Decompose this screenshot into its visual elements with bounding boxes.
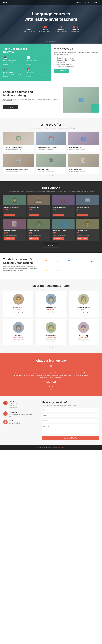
enroll-button-7[interactable]: ENROLL NOW xyxy=(53,237,64,240)
contact-message-input[interactable] xyxy=(42,424,99,434)
social-facebook-jennie[interactable]: f xyxy=(78,311,81,314)
contact-email: ✉️ EMAIL example@mail.com xyxy=(3,420,38,424)
testimonial-prev-button[interactable]: ‹ xyxy=(49,385,50,388)
courses-learn-more-button[interactable]: LEARN MORE xyxy=(43,244,60,248)
course-card-3: 💼 English for Business $26 Ut enim ad mi… xyxy=(52,195,74,217)
training-image: 👥 xyxy=(64,87,99,112)
teach-title: Teach English in theBest Way xyxy=(3,47,48,54)
contact-location: 📍 LOCATION 123 Block level, 31 Avenue, N… xyxy=(3,412,38,418)
nav-home[interactable]: HOME xyxy=(76,2,81,4)
stat-years: 10+ Years experience in teaching xyxy=(22,25,35,32)
teach-left: Teach English in theBest Way 💻 ONLINE CL… xyxy=(0,44,51,81)
team-role-jennie: Manager xyxy=(71,308,96,310)
team-grid: 👨 Nat Reynolds Founder f t y 👩 Sasha Pay… xyxy=(3,291,99,345)
social-youtube-sasha[interactable]: y xyxy=(53,311,56,314)
social-twitter-sasha[interactable]: t xyxy=(50,311,52,314)
course-img-1: 👩‍🎓 xyxy=(3,195,26,205)
social-twitter-jennie[interactable]: t xyxy=(82,311,85,314)
nav-about[interactable]: ABOUT xyxy=(84,2,89,4)
course-person-7: 👥 xyxy=(52,219,74,229)
phone-icon-wrap: 📞 xyxy=(3,401,8,405)
social-facebook-sasha[interactable]: f xyxy=(46,311,49,314)
contact-subject-input[interactable] xyxy=(42,419,99,423)
enroll-button-2[interactable]: ENROLL NOW xyxy=(28,214,40,216)
nav-links: HOME ABOUT CONTACT xyxy=(76,2,99,4)
team-card-mila: 👩 Mila Parker Spanish Teacher f t y xyxy=(3,319,34,345)
stat-courses: 50+ Courses don't skip a lesson xyxy=(40,25,50,32)
social-twitter-monica[interactable]: t xyxy=(50,340,52,342)
nav-contact[interactable]: CONTACT xyxy=(92,2,99,4)
enroll-button-1[interactable]: ENROLL NOW xyxy=(4,214,15,216)
enroll-button-8[interactable]: ENROLL NOW xyxy=(77,237,88,240)
team-person-monica: 👩 xyxy=(46,322,56,333)
trust-logo-3: 🌀UNICEF xyxy=(64,258,74,265)
team-card-walter: 👨 Walter Lilly French Teacher f t y xyxy=(68,319,99,345)
contact-call: 📞 CALL US (123) 456-7890 (123) 456-7890 … xyxy=(3,401,38,409)
offer-card-2: 📚 Long-Term English Courses Ut enim ad m… xyxy=(36,132,66,152)
enroll-button-3[interactable]: ENROLL NOW xyxy=(53,214,64,216)
social-facebook-monica[interactable]: f xyxy=(46,340,49,342)
testimonial-section: What our learners say " Lorem ipsum dolo… xyxy=(0,354,102,396)
social-youtube-mila[interactable]: y xyxy=(21,340,24,342)
course-person-5: 📝 xyxy=(3,219,26,229)
footer-text: © Artem Rat • All rights reserved xyxy=(38,447,58,448)
team-role-walter: French Teacher xyxy=(71,337,96,338)
courses-section-title: Our Courses xyxy=(3,186,99,190)
social-youtube-jennie[interactable]: y xyxy=(86,311,89,314)
social-youtube-monica[interactable]: y xyxy=(53,340,56,342)
phone-icon: 📞 xyxy=(4,402,6,404)
location-icon: 📍 xyxy=(4,412,6,414)
offer-card-6: 📝 Exam Preparation Ut enim ad minim veni… xyxy=(68,154,99,174)
learn-more-button[interactable]: LEARN MORE xyxy=(54,69,69,73)
course-person-8: 🧒 xyxy=(76,219,99,229)
contact-section: 📞 CALL US (123) 456-7890 (123) 456-7890 … xyxy=(0,396,102,445)
testimonial-nav: ‹ › xyxy=(3,385,99,388)
training-learn-more-button[interactable]: LEARN MORE xyxy=(3,105,18,109)
testimonial-quote: Lorem ipsum dolor sit amet, consectetur … xyxy=(14,372,88,379)
social-youtube-nat[interactable]: y xyxy=(21,311,24,314)
offer-section-title: What We Offer xyxy=(3,123,99,126)
footer-link[interactable]: Wix.com xyxy=(58,447,64,448)
contact-email-input[interactable] xyxy=(42,413,99,418)
social-facebook-mila[interactable]: f xyxy=(13,340,16,342)
contact-form-area: Have any question? Your email address wi… xyxy=(42,401,99,440)
team-name-nat: Nat Reynolds xyxy=(6,306,31,308)
course-img-6: 👨‍🏫 xyxy=(28,219,50,229)
offer-section: What We Offer Ut enim ad minim veniam, q… xyxy=(0,118,102,182)
team-avatar-monica: 👩 xyxy=(46,322,56,333)
team-role-sasha: Co-Founder xyxy=(38,308,64,310)
social-facebook-walter[interactable]: f xyxy=(78,340,81,342)
why-title: Why Choose Us xyxy=(54,47,99,50)
teal-accent-bar xyxy=(90,104,99,112)
team-avatar-nat: 👨 xyxy=(13,294,24,304)
course-card-2: 💻 Online Learning $18 Ut enim ad minim v… xyxy=(28,195,50,217)
training-text: Language courses andbusiness training Na… xyxy=(3,90,60,109)
testimonial-author: Hellen Smith xyxy=(3,381,99,383)
contact-submit-button[interactable]: SEND MESSAGE xyxy=(42,436,99,440)
social-twitter-walter[interactable]: t xyxy=(82,340,85,342)
hero-title: Language courseswith native-level teache… xyxy=(24,11,78,22)
courses-learn-more-row: LEARN MORE xyxy=(3,244,99,248)
enroll-button-6[interactable]: ENROLL NOW xyxy=(28,237,40,240)
enroll-button-5[interactable]: ENROLL NOW xyxy=(4,237,15,240)
team-person-jennie: 👩 xyxy=(78,294,89,304)
social-twitter-mila[interactable]: t xyxy=(17,340,20,342)
team-section-title: Meet the Passionate Team xyxy=(3,284,99,288)
team-avatar-jennie: 👩 xyxy=(78,294,89,304)
dot-2[interactable] xyxy=(52,389,52,390)
testimonial-next-button[interactable]: › xyxy=(52,385,53,388)
offer-card-img-2: 📚 xyxy=(36,132,66,145)
offer-img-person-1: 👨‍🏫 xyxy=(3,132,34,145)
team-card-monica: 👩 Monica Pooli English Teacher f t y xyxy=(36,319,66,345)
dot-1[interactable] xyxy=(50,389,50,390)
training-image-credit: Image from Freepik xyxy=(3,102,60,104)
contact-name-input[interactable] xyxy=(42,408,99,412)
team-role-mila: Spanish Teacher xyxy=(6,337,31,338)
teach-item-trainings: 📚 TRAININGS Sample text. Click to select… xyxy=(26,68,48,78)
translations-icon: 📄 xyxy=(26,56,48,59)
enroll-button-4[interactable]: ENROLL NOW xyxy=(77,214,88,216)
social-facebook-nat[interactable]: f xyxy=(13,311,16,314)
social-twitter-nat[interactable]: t xyxy=(17,311,20,314)
social-youtube-walter[interactable]: y xyxy=(86,340,89,342)
training-section: Language courses andbusiness training Na… xyxy=(0,81,102,118)
